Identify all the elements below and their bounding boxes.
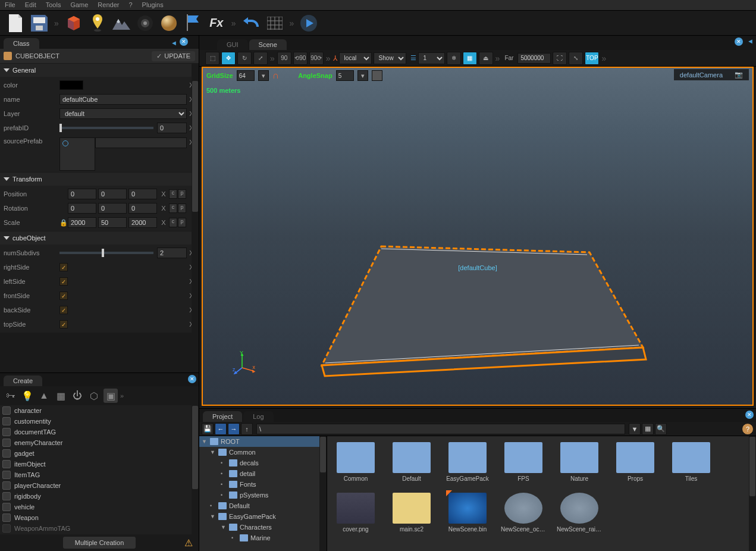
list-item[interactable]: customentity — [0, 416, 199, 427]
position-x-input[interactable] — [68, 189, 96, 199]
file-item[interactable]: NewScene_rain... — [557, 493, 602, 533]
tree-item[interactable]: ▼Common — [199, 447, 327, 458]
tree-item-root[interactable]: ▼ROOT — [199, 436, 327, 447]
snowflake-icon[interactable]: ❄ — [447, 52, 461, 65]
rotation-x-input[interactable] — [68, 203, 96, 214]
file-item[interactable]: NewScene_oce... — [501, 493, 546, 533]
reset-button[interactable]: X — [159, 205, 168, 212]
scrollbar[interactable] — [192, 63, 199, 372]
rightside-checkbox[interactable]: ✓ — [59, 263, 68, 271]
file-item[interactable]: cover.png — [333, 493, 378, 533]
menu-game[interactable]: Game — [68, 1, 90, 9]
numsubdivs-input[interactable] — [157, 248, 187, 258]
angle-90-button[interactable]: ⟲90 — [293, 52, 308, 65]
copy-button[interactable]: c — [169, 218, 177, 227]
position-y-input[interactable] — [98, 189, 127, 199]
section-cubeobject[interactable]: cubeObject — [0, 231, 199, 245]
list-item[interactable]: vehicle — [0, 502, 199, 512]
grid-icon[interactable] — [265, 14, 284, 33]
gui-tab[interactable]: GUI — [217, 39, 248, 50]
grid-icon[interactable]: ▦ — [642, 423, 654, 435]
save-icon[interactable]: 💾 — [202, 423, 214, 435]
list-item[interactable]: playerCharacter — [0, 480, 199, 491]
flag-icon[interactable] — [183, 14, 202, 33]
rotate-tool-icon[interactable]: ↻ — [237, 52, 252, 65]
prefabid-input[interactable] — [157, 123, 187, 133]
list-item[interactable]: rigidbody — [0, 491, 199, 502]
show-select[interactable]: Show — [374, 52, 406, 64]
camera-indicator[interactable]: defaultCamera 📷 — [674, 69, 749, 80]
numsubdivs-slider[interactable] — [59, 252, 153, 254]
anglesnap-dropdown[interactable]: ▾ — [357, 70, 368, 81]
warning-icon[interactable]: ⚠ — [184, 537, 193, 549]
gridsize-input[interactable] — [237, 70, 255, 81]
create-tab[interactable]: Create — [4, 375, 42, 386]
back-icon[interactable]: ← — [215, 423, 227, 435]
folder-item[interactable]: Tiles — [669, 442, 714, 482]
new-file-icon[interactable] — [6, 14, 25, 33]
grid-view-icon[interactable]: ▦ — [463, 52, 477, 65]
marker-icon[interactable] — [88, 14, 107, 33]
list-item[interactable]: ItemTAG — [0, 469, 199, 480]
list-item[interactable]: documentTAG — [0, 427, 199, 437]
menu-render[interactable]: Render — [95, 1, 121, 9]
layers-icon[interactable]: ▦ — [54, 389, 68, 403]
tree-item[interactable]: •detail — [199, 468, 327, 479]
lock-icon[interactable]: 🔒 — [59, 218, 68, 227]
topside-checkbox[interactable]: ✓ — [59, 320, 68, 328]
scale-x-input[interactable] — [68, 217, 96, 228]
list-item[interactable]: Weapon — [0, 512, 199, 523]
undo-icon[interactable] — [241, 14, 261, 33]
help-icon[interactable]: ? — [742, 423, 754, 435]
tab-arrow-left-icon[interactable]: ◄ — [171, 39, 177, 46]
scene-tab[interactable]: Scene — [249, 39, 287, 50]
select-tool-icon[interactable]: ⬚ — [205, 52, 219, 65]
frontside-checkbox[interactable]: ✓ — [59, 292, 68, 300]
folder-item[interactable]: Default — [389, 442, 434, 482]
scrollbar[interactable] — [749, 436, 756, 551]
sourceprefab-box[interactable] — [59, 137, 95, 171]
forward-icon[interactable]: → — [228, 423, 240, 435]
copy-button[interactable]: c — [169, 189, 177, 199]
list-item[interactable]: gadget — [0, 448, 199, 459]
gridsize-dropdown[interactable]: ▾ — [258, 70, 269, 81]
axis-gizmo[interactable]: Y x z — [233, 351, 256, 375]
layer-select[interactable]: default — [59, 108, 187, 119]
anglesnap-input[interactable] — [336, 70, 354, 81]
tree-item[interactable]: •Fonts — [199, 479, 327, 490]
log-tab[interactable]: Log — [243, 411, 273, 422]
search-icon[interactable]: 🔍 — [655, 423, 667, 435]
file-item[interactable]: NewScene.bin — [445, 493, 490, 533]
viewport[interactable]: GridSize ▾ ∩ AngleSnap ▾ 500 meters defa… — [202, 67, 754, 406]
tab-close-icon[interactable]: ✕ — [735, 37, 743, 46]
angle-90-button[interactable]: 90⟳ — [309, 52, 324, 65]
folder-item[interactable]: EasyGamePack — [445, 442, 490, 482]
mountain-icon[interactable] — [112, 14, 131, 33]
tree-item[interactable]: ▼Characters — [199, 522, 327, 533]
scale-y-input[interactable] — [98, 217, 127, 228]
tire-icon[interactable] — [136, 14, 155, 33]
key-icon[interactable]: 🗝 — [4, 389, 18, 403]
update-button[interactable]: ✓ UPDATE — [152, 51, 195, 61]
folder-item[interactable]: Nature — [557, 442, 602, 482]
copy-button[interactable]: c — [169, 204, 177, 213]
path-input[interactable] — [256, 424, 625, 434]
tab-close-icon[interactable]: ✕ — [180, 37, 188, 46]
sphere-icon[interactable] — [159, 14, 178, 33]
position-z-input[interactable] — [128, 189, 157, 199]
anglesnap-toggle[interactable] — [372, 70, 382, 81]
multiple-creation-button[interactable]: Multiple Creation — [63, 537, 136, 549]
leftside-checkbox[interactable]: ✓ — [59, 277, 68, 286]
cube-mesh[interactable] — [286, 234, 655, 377]
list-item[interactable]: enemyCharacter — [0, 437, 199, 448]
list-item[interactable]: WeaponAmmoTAG — [0, 523, 199, 534]
prefabid-slider[interactable] — [59, 127, 153, 129]
reset-button[interactable]: X — [159, 190, 168, 198]
rotation-z-input[interactable] — [128, 203, 157, 214]
cube-icon[interactable] — [64, 14, 83, 33]
rotation-y-input[interactable] — [98, 203, 127, 214]
far-input[interactable] — [517, 53, 551, 64]
list-item[interactable]: character — [0, 405, 199, 416]
gear-icon[interactable]: ⬡ — [87, 389, 101, 403]
paste-button[interactable]: p — [178, 204, 186, 213]
